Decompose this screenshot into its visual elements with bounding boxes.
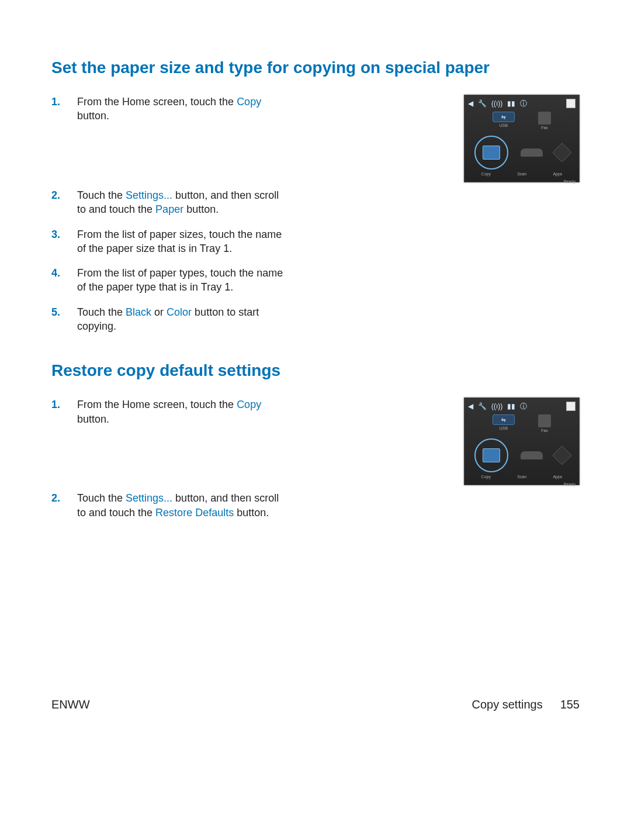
wrench-icon: 🔧 [478,99,487,108]
step-text: Touch the Settings... button, and then s… [77,491,285,520]
step-text-fragment: From the Home screen, touch the [77,399,237,410]
apps-label: Apps [553,475,562,479]
step-number: 2. [51,491,77,505]
usb-label: USB [493,123,515,127]
step-text-fragment: From the Home screen, touch the [77,96,237,108]
panel-grid [468,438,575,472]
section2-steps-cont: 2. Touch the Settings... button, and the… [51,491,285,520]
usb-icon: ⇆ [493,414,515,425]
back-icon: ◀ [468,99,473,108]
fax-icon [538,414,551,427]
step-text-fragment: button. [234,507,269,518]
section1-steps-col: 1. From the Home screen, touch the Copy … [51,95,285,134]
step-text: Touch the Settings... button, and then s… [77,188,285,217]
panel-row2: ⇆ USB Fax [468,112,575,130]
step-text-fragment: Touch the [77,492,126,504]
fax-col: Fax [538,414,551,433]
panel-grid [468,136,575,170]
step-number: 2. [51,188,77,202]
footer-page-number: 155 [560,698,580,711]
info-icon: ⓘ [520,99,527,109]
copy-inner-icon [483,448,500,462]
list-item: 3. From the list of paper sizes, touch t… [51,227,285,256]
settings-link: Settings... [126,492,172,504]
footer-right: Copy settings 155 [471,698,580,711]
step-text: From the Home screen, touch the Copy but… [77,95,285,123]
fax-col: Fax [538,112,551,130]
ready-label: Ready [468,179,575,184]
step-number: 5. [51,305,77,319]
step-text: From the Home screen, touch the Copy but… [77,397,285,426]
fax-label: Fax [538,428,551,433]
step-text-fragment: button. [77,413,109,425]
panel-topbar: ◀ 🔧 ((ı)) ▮▮ ⓘ [468,400,575,412]
section2-steps: 1. From the Home screen, touch the Copy … [51,397,285,426]
apps-icon [552,143,572,163]
printer-panel: ◀ 🔧 ((ı)) ▮▮ ⓘ ⇆ USB Fax [464,95,580,182]
section2-screenshot: ◀ 🔧 ((ı)) ▮▮ ⓘ ⇆ USB [464,397,580,485]
usb-icon: ⇆ [493,112,515,122]
step-text-fragment: or [151,306,167,318]
scan-icon [521,451,543,459]
copy-label: Copy [481,172,491,176]
list-item: 1. From the Home screen, touch the Copy … [51,95,285,123]
panel-row2: ⇆ USB Fax [468,414,575,433]
section1-steps-cont: 2. Touch the Settings... button, and the… [51,188,285,333]
usb-col: ⇆ USB [493,112,515,130]
restore-defaults-link: Restore Defaults [155,507,234,518]
section2-row: 1. From the Home screen, touch the Copy … [51,397,580,485]
step-text: From the list of paper sizes, touch the … [77,227,285,256]
fax-label: Fax [538,126,551,130]
list-item: 1. From the Home screen, touch the Copy … [51,397,285,426]
status-square-icon [566,99,575,108]
section1-steps: 1. From the Home screen, touch the Copy … [51,95,285,123]
section1-heading: Set the paper size and type for copying … [51,58,580,77]
color-link: Color [167,306,192,318]
step-number: 3. [51,227,77,241]
copy-inner-icon [483,146,500,160]
wifi-icon: ((ı)) [491,402,502,410]
fax-icon [538,112,551,125]
step-text-fragment: button. [77,110,109,122]
section1-screenshot: ◀ 🔧 ((ı)) ▮▮ ⓘ ⇆ USB Fax [464,95,580,182]
scan-label: Scan [517,172,526,176]
panel-topbar: ◀ 🔧 ((ı)) ▮▮ ⓘ [468,98,575,109]
step-number: 4. [51,266,77,280]
section2-heading: Restore copy default settings [51,361,580,380]
footer-section: Copy settings [471,698,542,711]
usb-label: USB [493,426,515,430]
step-text: From the list of paper types, touch the … [77,266,285,295]
page-footer: ENWW Copy settings 155 [51,698,580,711]
settings-link: Settings... [126,189,172,201]
copy-link: Copy [237,399,261,410]
page: Set the paper size and type for copying … [0,0,631,840]
section1-row: 1. From the Home screen, touch the Copy … [51,95,580,182]
section2-steps-col: 1. From the Home screen, touch the Copy … [51,397,285,437]
printer-panel: ◀ 🔧 ((ı)) ▮▮ ⓘ ⇆ USB [464,397,580,485]
copy-label: Copy [481,475,491,479]
footer-left: ENWW [51,698,90,711]
scan-label: Scan [517,475,526,479]
status-square-icon [566,402,575,411]
usb-col: ⇆ USB [493,414,515,433]
black-link: Black [126,306,151,318]
section2: Restore copy default settings 1. From th… [51,361,580,520]
step-number: 1. [51,397,77,412]
wifi-icon: ((ı)) [491,99,502,108]
apps-icon [552,445,572,465]
list-item: 4. From the list of paper types, touch t… [51,266,285,295]
step-text-fragment: Touch the [77,306,126,318]
panel-bottom-labels: Copy Scan Apps [468,172,575,176]
list-item: 2. Touch the Settings... button, and the… [51,188,285,217]
ready-label: Ready [468,482,575,486]
step-text-fragment: Touch the [77,189,126,201]
info-icon: ⓘ [520,402,527,412]
wrench-icon: 🔧 [478,402,487,410]
copy-highlight-icon [474,136,508,170]
step-text: Touch the Black or Color button to start… [77,305,285,334]
list-item: 5. Touch the Black or Color button to st… [51,305,285,334]
ink-icon: ▮▮ [507,99,515,108]
panel-bottom-labels: Copy Scan Apps [468,475,575,479]
copy-link: Copy [237,96,261,108]
step-text-fragment: button. [183,203,219,215]
